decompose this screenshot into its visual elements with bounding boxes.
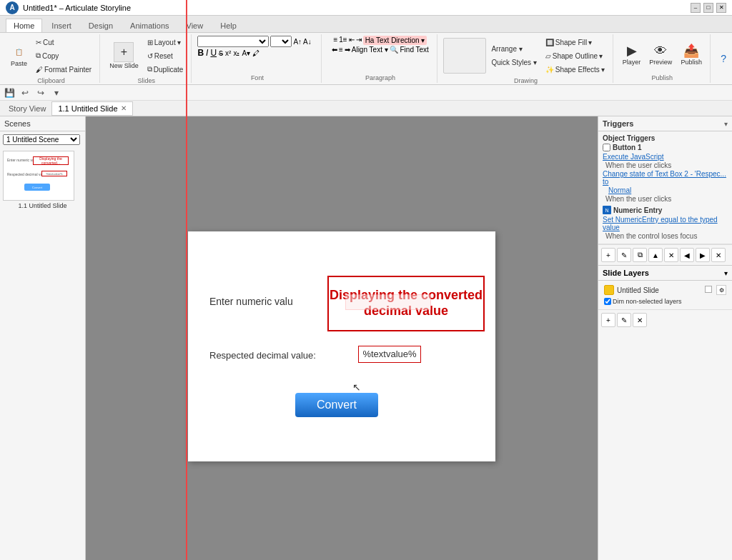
highlight-btn[interactable]: 🖍 [252,49,259,57]
shape-fill-button[interactable]: 🔲 Shape Fill ▾ [542,36,608,49]
convert-button[interactable]: Convert [295,393,378,417]
slide-layers-collapse-btn[interactable]: ▾ [724,269,728,277]
align-center-btn[interactable]: ≡ [339,46,343,54]
font-label: Font [251,73,264,81]
window-controls: – □ ✕ [691,3,726,13]
shape-effects-button[interactable]: ✨ Shape Effects ▾ [542,63,608,76]
save-quick-btn[interactable]: 💾 [3,86,16,99]
dim-label: Dim non-selected layers [601,296,729,306]
add-layer-btn[interactable]: + [601,313,615,327]
story-view-btn[interactable]: Story View [3,102,51,115]
preview-icon: 👁 [653,43,668,59]
text-direction-btn[interactable]: Ha Text Direction ▾ [363,36,427,45]
bold-btn[interactable]: B [197,48,204,58]
increase-font-btn[interactable]: A↑ [293,38,302,46]
publish-button[interactable]: 📤 Publish [677,36,706,73]
superscript-btn[interactable]: x² [225,49,231,57]
scenes-panel: Scenes 1 Untitled Scene Enter numeric va… [0,116,86,560]
publish-icon: 📤 [683,43,699,59]
triggers-section: Object Triggers Button 1 Execute JavaScr… [598,131,732,244]
tab-animations[interactable]: Animations [122,19,177,32]
slide-tab-bar: Story View 1.1 Untitled Slide ✕ [0,101,732,116]
numbering-btn[interactable]: 1≡ [339,36,347,45]
indent-inc-btn[interactable]: ⇥ [356,36,362,45]
tab-insert[interactable]: Insert [44,19,79,32]
triggers-toolbar: + ✎ ⧉ ▲ ✕ ◀ ▶ ✕ [598,244,732,265]
layer-item: Untitled Slide ⚙ [601,284,729,296]
add-trigger-btn[interactable]: + [601,248,615,262]
layout-button[interactable]: ⊞ Layout ▾ [144,36,187,49]
paste-button[interactable]: 📋 Paste [7,37,31,74]
shapes-gallery[interactable] [443,38,486,74]
triggers-collapse-btn[interactable]: ▾ [724,120,728,128]
align-right-btn[interactable]: ➡ [345,46,350,54]
slide-layers-content: Untitled Slide ⚙ Dim non-selected layers [598,281,732,309]
normal-link[interactable]: Normal [608,186,631,194]
help-icon[interactable]: ? [721,53,726,64]
edit-trigger-btn[interactable]: ✎ [617,248,631,262]
indent-dec-btn[interactable]: ⇤ [349,36,355,45]
move-up-btn[interactable]: ▲ [648,248,663,262]
delete-trigger-btn[interactable]: ✕ [664,248,678,262]
layer-name: Untitled Slide [617,286,659,294]
dim-checkbox[interactable] [604,298,611,305]
copy-trigger-btn[interactable]: ⧉ [633,248,647,262]
duplicate-button[interactable]: ⧉ Duplicate [144,63,187,76]
slide-thumbnail[interactable]: Enter numeric valu Displaying the conver… [3,151,82,209]
underline-btn[interactable]: U [210,48,217,58]
reset-button[interactable]: ↺ Reset [144,49,187,62]
tab-view[interactable]: View [179,19,212,32]
button1-checkbox[interactable] [603,144,610,151]
find-text-btn[interactable]: 🔍 Find Text [390,46,429,54]
close-btn[interactable]: ✕ [716,3,726,13]
bullets-btn[interactable]: ≡ [333,36,337,45]
triggers-panel: Triggers ▾ Object Triggers Button 1 Exec… [598,116,732,560]
player-button[interactable]: ▶ Player [619,36,645,73]
prev-trigger-btn[interactable]: ◀ [680,248,694,262]
cut-button[interactable]: ✂ Cut [32,36,95,49]
subscript-btn[interactable]: x₂ [233,49,239,57]
strikethrough-btn[interactable]: S̶ [219,49,223,57]
italic-btn[interactable]: I [206,48,208,58]
preview-button[interactable]: 👁 Preview [646,36,676,73]
edit-layer-btn[interactable]: ✎ [617,313,631,327]
delete-layer-btn[interactable]: ✕ [633,313,647,327]
more-quick-btn[interactable]: ▾ [50,86,63,99]
tab-home[interactable]: Home [6,19,42,32]
new-slide-button[interactable]: + New Slide [106,37,142,74]
app-logo: A [6,1,19,14]
close-trigger-btn[interactable]: ✕ [711,248,726,262]
undo-quick-btn[interactable]: ↩ [19,86,31,99]
shape-outline-button[interactable]: ▱ Shape Outline ▾ [542,49,608,62]
redo-quick-btn[interactable]: ↪ [34,86,47,99]
font-color-btn[interactable]: A▾ [242,49,250,57]
decrease-font-btn[interactable]: A↓ [303,38,312,46]
maximize-btn[interactable]: □ [703,3,713,13]
layer-toolbar: + ✎ ✕ [598,309,732,330]
change-state-trigger[interactable]: Change state of Text Box 2 - 'Respec... … [603,170,728,186]
layer-settings-btn[interactable]: ⚙ [716,285,726,295]
respected-label: Respected decimal value: [209,350,316,361]
font-family-select[interactable] [197,36,269,47]
numeric-entry-area[interactable] [345,294,431,310]
object-triggers-title: Object Triggers [603,134,728,142]
slide-tab[interactable]: 1.1 Untitled Slide ✕ [51,101,132,116]
ribbon-group-slides: + New Slide ⊞ Layout ▾ ↺ Reset ⧉ Duplica… [102,34,192,83]
layer-visible-checkbox[interactable] [705,286,712,293]
format-painter-button[interactable]: 🖌 Format Painter [32,63,95,76]
tab-design[interactable]: Design [81,19,121,32]
font-size-select[interactable] [270,36,292,47]
quick-styles-button[interactable]: Quick Styles ▾ [488,56,540,69]
next-trigger-btn[interactable]: ▶ [696,248,710,262]
copy-button[interactable]: ⧉ Copy [32,49,95,62]
close-tab-btn[interactable]: ✕ [121,104,127,112]
align-text-btn[interactable]: Align Text ▾ [352,46,388,54]
scene-select[interactable]: 1 Untitled Scene [3,134,80,145]
minimize-btn[interactable]: – [691,3,701,13]
set-numeric-trigger[interactable]: Set NumericEntry equal to the typed valu… [603,216,728,231]
align-left-btn[interactable]: ⬅ [332,46,337,54]
arrange-button[interactable]: Arrange ▾ [488,43,540,56]
value-display[interactable]: %textvalue% [358,346,421,363]
execute-js-trigger[interactable]: Execute JavaScript [603,153,728,161]
tab-help[interactable]: Help [212,19,244,32]
